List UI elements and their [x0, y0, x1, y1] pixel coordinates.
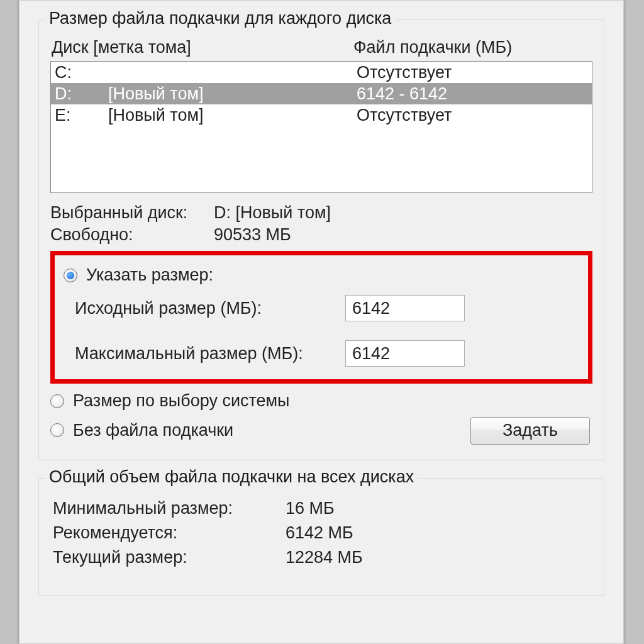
- set-button[interactable]: Задать: [470, 417, 590, 445]
- radio-no-pagefile-row[interactable]: Без файла подкачки: [50, 417, 470, 444]
- drive-volume: [Новый том]: [108, 83, 357, 104]
- max-size-row: Максимальный размер (МБ):: [64, 324, 579, 369]
- current-size-value: 12284 МБ: [286, 548, 363, 567]
- initial-size-row: Исходный размер (МБ):: [64, 289, 579, 324]
- radio-custom-size[interactable]: [64, 269, 77, 282]
- drive-pagefile: Отсутствует: [357, 62, 588, 83]
- radio-system-managed-row[interactable]: Размер по выбору системы: [50, 384, 592, 414]
- radio-system-managed-label: Размер по выбору системы: [73, 391, 290, 411]
- drive-list[interactable]: C: Отсутствует D: [Новый том] 6142 - 614…: [50, 61, 592, 193]
- custom-size-highlight: Указать размер: Исходный размер (МБ): Ма…: [50, 251, 592, 384]
- max-size-input[interactable]: [345, 340, 465, 367]
- selected-drive-value: D: [Новый том]: [214, 203, 592, 223]
- header-drive-label: Диск [метка тома]: [52, 38, 353, 57]
- recommended-size-label: Рекомендуется:: [53, 523, 286, 543]
- drive-row[interactable]: E: [Новый том] Отсутствует: [51, 104, 592, 126]
- drive-row[interactable]: C: Отсутствует: [51, 62, 592, 83]
- drive-volume: [108, 62, 357, 83]
- drive-pagefile: 6142 - 6142: [357, 83, 588, 104]
- min-size-label: Минимальный размер:: [53, 499, 286, 518]
- recommended-size-value: 6142 МБ: [286, 523, 353, 543]
- selected-drive-row: Выбранный диск: D: [Новый том]: [50, 202, 592, 224]
- virtual-memory-dialog: Размер файла подкачки для каждого диска …: [19, 0, 624, 644]
- radio-no-pagefile-label: Без файла подкачки: [73, 421, 233, 440]
- max-size-label: Максимальный размер (МБ):: [75, 344, 345, 364]
- radio-system-managed[interactable]: [50, 394, 64, 408]
- drive-pagefile: Отсутствует: [357, 104, 588, 126]
- radio-custom-size-row[interactable]: Указать размер:: [64, 262, 579, 289]
- free-space-label: Свободно:: [50, 225, 214, 245]
- header-pagefile-label: Файл подкачки (МБ): [353, 38, 591, 57]
- drive-list-header: Диск [метка тома] Файл подкачки (МБ): [50, 38, 592, 61]
- initial-size-label: Исходный размер (МБ):: [75, 299, 345, 318]
- initial-size-input[interactable]: [345, 295, 465, 321]
- radio-custom-size-label: Указать размер:: [86, 265, 213, 285]
- total-groupbox: Общий объем файла подкачки на всех диска…: [38, 478, 604, 596]
- drive-row[interactable]: D: [Новый том] 6142 - 6142: [51, 83, 592, 104]
- drives-groupbox: Размер файла подкачки для каждого диска …: [38, 19, 604, 460]
- current-size-label: Текущий размер:: [53, 548, 286, 567]
- radio-no-pagefile[interactable]: [50, 423, 64, 437]
- drive-letter: D:: [55, 83, 108, 104]
- min-size-row: Минимальный размер: 16 МБ: [50, 496, 592, 521]
- total-groupbox-title: Общий объем файла подкачки на всех диска…: [45, 467, 418, 487]
- free-space-row: Свободно: 90533 МБ: [50, 224, 592, 246]
- drives-groupbox-title: Размер файла подкачки для каждого диска: [45, 9, 395, 28]
- drive-letter: C:: [55, 62, 108, 83]
- current-size-row: Текущий размер: 12284 МБ: [50, 545, 592, 570]
- drive-letter: E:: [55, 104, 108, 126]
- drive-volume: [Новый том]: [108, 104, 357, 126]
- recommended-size-row: Рекомендуется: 6142 МБ: [50, 521, 592, 545]
- selected-drive-label: Выбранный диск:: [50, 203, 214, 223]
- free-space-value: 90533 МБ: [214, 225, 592, 245]
- min-size-value: 16 МБ: [286, 499, 335, 518]
